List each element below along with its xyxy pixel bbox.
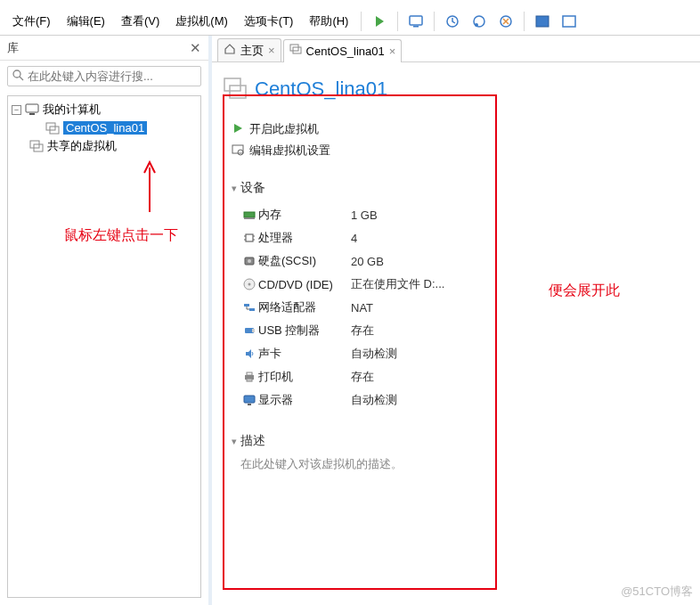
vm-header-icon <box>223 77 248 102</box>
device-row[interactable]: 网络适配器 NAT <box>240 296 689 319</box>
toolbar-play-button[interactable] <box>367 10 392 33</box>
display-icon <box>240 394 258 406</box>
caret-icon[interactable]: ▾ <box>232 183 237 194</box>
cpu-icon <box>240 232 258 244</box>
tree-label-selected: CentOS_lina01 <box>63 121 147 135</box>
annotation-right-text: 便会展开此 <box>549 282 620 300</box>
separator <box>434 12 435 31</box>
description-placeholder[interactable]: 在此处键入对该虚拟机的描述。 <box>240 456 689 472</box>
device-value: 1 GB <box>351 208 378 222</box>
toolbar-fullscreen-icon[interactable] <box>530 10 555 33</box>
menubar: 文件(F) 编辑(E) 查看(V) 虚拟机(M) 选项卡(T) 帮助(H) <box>0 7 700 36</box>
device-label: 显示器 <box>258 392 351 408</box>
tab-vm[interactable]: CentOS_lina01 × <box>283 39 403 62</box>
toolbar-snapshot-manage-icon[interactable] <box>467 10 492 33</box>
menu-edit[interactable]: 编辑(E) <box>60 10 112 33</box>
memory-icon <box>240 208 258 221</box>
device-label: 声卡 <box>258 346 351 362</box>
svg-rect-36 <box>252 329 255 332</box>
svg-point-21 <box>238 150 243 155</box>
svg-point-8 <box>13 70 20 78</box>
device-label: CD/DVD (IDE) <box>258 278 351 291</box>
toolbar-revert-icon[interactable] <box>493 10 518 33</box>
menu-view[interactable]: 查看(V) <box>114 10 167 33</box>
device-row[interactable]: USB 控制器 存在 <box>240 319 689 342</box>
device-value: 存在 <box>351 369 374 385</box>
section-title: 描述 <box>240 433 265 449</box>
menu-file[interactable]: 文件(F) <box>5 10 58 33</box>
caret-icon[interactable]: ▾ <box>232 436 237 447</box>
svg-point-30 <box>248 259 251 263</box>
svg-rect-7 <box>563 16 575 27</box>
search-input[interactable] <box>28 69 197 83</box>
svg-rect-38 <box>247 372 252 375</box>
device-label: 网络适配器 <box>258 299 351 315</box>
disk-icon <box>240 255 258 267</box>
device-value: 正在使用文件 D:... <box>351 276 444 292</box>
device-value: NAT <box>351 301 373 315</box>
svg-rect-24 <box>246 234 253 241</box>
search-icon <box>12 69 24 84</box>
play-icon <box>232 122 244 137</box>
sidebar-title: 库 <box>7 40 19 56</box>
device-row[interactable]: 显示器 自动检测 <box>240 388 689 412</box>
cd-icon <box>240 278 258 290</box>
toolbar-screen-icon[interactable] <box>403 10 428 33</box>
device-label: USB 控制器 <box>258 323 351 339</box>
tab-label: 主页 <box>240 43 264 59</box>
separator <box>524 12 525 31</box>
svg-rect-41 <box>248 404 251 405</box>
device-value: 存在 <box>351 323 374 339</box>
edit-settings-action[interactable]: 编辑虚拟机设置 <box>232 143 689 159</box>
menu-help[interactable]: 帮助(H) <box>302 10 355 33</box>
device-row[interactable]: 声卡 自动检测 <box>240 342 689 365</box>
tree-node-my-computer[interactable]: − 我的计算机 <box>8 100 200 119</box>
tab-home[interactable]: 主页 × <box>217 38 281 61</box>
device-label: 硬盘(SCSI) <box>258 253 351 269</box>
toolbar-unity-icon[interactable] <box>557 10 582 33</box>
content-area: 主页 × CentOS_lina01 × CentOS_lina01 开启此虚 <box>212 36 700 605</box>
library-tree: − 我的计算机 CentOS_lina01 共享的虚拟机 <box>7 95 201 598</box>
computer-icon <box>25 103 39 116</box>
svg-rect-22 <box>244 212 255 217</box>
tree-node-shared[interactable]: 共享的虚拟机 <box>8 136 200 156</box>
device-value: 自动检测 <box>351 392 397 408</box>
svg-rect-1 <box>413 26 419 28</box>
window-titlebar <box>0 0 700 7</box>
search-box[interactable] <box>7 66 201 86</box>
device-row[interactable]: 硬盘(SCSI) 20 GB <box>240 249 689 273</box>
usb-icon <box>240 324 258 337</box>
expand-icon[interactable]: − <box>12 105 21 115</box>
sidebar-close-button[interactable]: ✕ <box>190 40 201 56</box>
tabs-bar: 主页 × CentOS_lina01 × <box>212 36 700 62</box>
tree-label: 我的计算机 <box>43 102 101 118</box>
device-value: 自动检测 <box>351 346 397 362</box>
tab-close-icon[interactable]: × <box>389 45 396 58</box>
svg-rect-18 <box>224 78 240 91</box>
sidebar: 库 ✕ − 我的计算机 <box>0 36 212 605</box>
svg-rect-19 <box>230 86 246 98</box>
device-row[interactable]: 处理器 4 <box>240 226 689 249</box>
device-row[interactable]: CD/DVD (IDE) 正在使用文件 D:... <box>240 273 689 296</box>
power-on-action[interactable]: 开启此虚拟机 <box>232 121 689 137</box>
annotation-arrow-icon <box>141 160 159 214</box>
device-row[interactable]: 打印机 存在 <box>240 365 689 388</box>
vm-icon <box>45 122 60 135</box>
devices-section: ▾ 设备 内存 1 GB 处理器 4 硬盘(SCSI) 20 GB CD/DVD… <box>232 180 689 412</box>
toolbar-snapshot-icon[interactable] <box>440 10 465 33</box>
tab-close-icon[interactable]: × <box>268 44 275 57</box>
vm-panel: CentOS_lina01 开启此虚拟机 编辑虚拟机设置 ▾ 设备 内存 1 G… <box>212 62 700 605</box>
vm-icon <box>289 44 302 59</box>
svg-rect-34 <box>249 308 255 311</box>
menu-tabs[interactable]: 选项卡(T) <box>237 10 301 33</box>
tab-label: CentOS_lina01 <box>306 45 385 58</box>
vm-title: CentOS_lina01 <box>255 78 387 101</box>
shared-vm-icon <box>29 140 44 152</box>
svg-line-9 <box>20 77 23 80</box>
svg-rect-0 <box>410 16 422 25</box>
menu-vm[interactable]: 虚拟机(M) <box>168 10 235 33</box>
device-row[interactable]: 内存 1 GB <box>240 203 689 226</box>
description-section: ▾ 描述 在此处键入对该虚拟机的描述。 <box>232 433 689 472</box>
tree-node-vm[interactable]: CentOS_lina01 <box>8 119 200 136</box>
svg-rect-39 <box>247 379 252 381</box>
